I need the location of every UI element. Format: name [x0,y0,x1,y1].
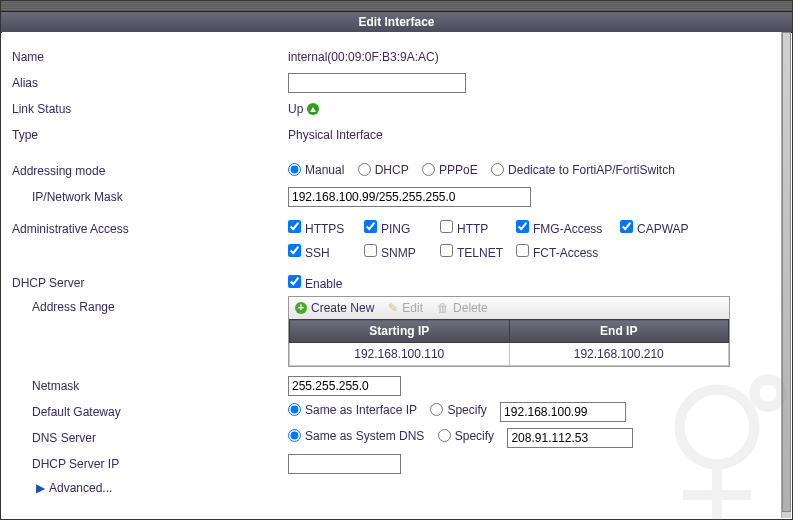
radio-dedicate[interactable]: Dedicate to FortiAP/FortiSwitch [491,163,675,177]
ip-mask-input[interactable] [288,187,531,207]
plus-icon: + [295,302,307,314]
radio-manual[interactable]: Manual [288,163,344,177]
up-arrow-icon [307,103,319,115]
chk-dhcp-enable[interactable]: Enable [288,275,342,291]
dhcp-relay-ip-input[interactable] [288,454,401,474]
triangle-right-icon: ▶ [36,481,45,495]
label-admin-access: Administrative Access [12,220,288,236]
window-top-strip [1,1,792,12]
value-name: internal(00:09:0F:B3:9A:AC) [288,50,439,64]
chk-capwap[interactable]: CAPWAP [620,220,689,236]
chk-fct[interactable]: FCT-Access [516,244,598,260]
window-title: Edit Interface [1,12,792,33]
radio-gw-same[interactable]: Same as Interface IP [288,403,417,417]
chk-https[interactable]: HTTPS [288,220,344,236]
label-link-status: Link Status [12,102,288,116]
dns-specify-input[interactable] [507,428,633,448]
scrollbar-thumb[interactable] [782,32,791,512]
chk-ssh[interactable]: SSH [288,244,330,260]
label-address-range: Address Range [12,296,288,314]
radio-pppoe[interactable]: PPPoE [422,163,478,177]
chk-snmp[interactable]: SNMP [364,244,416,260]
chk-fmg[interactable]: FMG-Access [516,220,602,236]
radio-dns-same[interactable]: Same as System DNS [288,429,424,443]
table-row[interactable]: 192.168.100.110 192.168.100.210 [290,343,729,366]
netmask-input[interactable] [288,376,401,396]
label-name: Name [12,50,288,64]
advanced-toggle[interactable]: ▶ Advanced... [12,481,776,495]
label-default-gateway: Default Gateway [12,405,288,419]
radio-dhcp[interactable]: DHCP [358,163,409,177]
edit-button[interactable]: ✎Edit [388,301,423,315]
label-dhcp-relay-ip: DHCP Server IP [12,457,288,471]
chk-ping[interactable]: PING [364,220,410,236]
alias-input[interactable] [288,73,466,93]
label-dns-server: DNS Server [12,431,288,445]
radio-dns-specify[interactable]: Specify [438,429,494,443]
delete-button[interactable]: 🗑Delete [437,301,488,315]
col-start-ip: Starting IP [290,320,510,343]
create-new-button[interactable]: +Create New [295,301,374,315]
gateway-specify-input[interactable] [500,402,626,422]
form-scroll-area[interactable]: Name internal(00:09:0F:B3:9A:AC) Alias L… [2,32,782,518]
label-alias: Alias [12,76,288,90]
address-range-table: Starting IP End IP 192.168.100.110 192.1… [289,319,729,366]
radio-gw-specify[interactable]: Specify [430,403,486,417]
label-ip-mask: IP/Network Mask [12,190,288,204]
col-end-ip: End IP [509,320,729,343]
cell-start-ip: 192.168.100.110 [290,343,510,366]
address-range-toolbar: +Create New ✎Edit 🗑Delete Starting IP En… [288,296,730,367]
trash-icon: 🗑 [437,301,449,315]
chk-telnet[interactable]: TELNET [440,244,503,260]
value-type: Physical Interface [288,128,383,142]
scrollbar[interactable] [781,32,791,518]
cell-end-ip: 192.168.100.210 [509,343,729,366]
pencil-icon: ✎ [388,301,398,315]
label-addressing-mode: Addressing mode [12,164,288,178]
label-netmask: Netmask [12,379,288,393]
label-dhcp-server: DHCP Server [12,276,288,290]
value-link-status: Up [288,102,303,116]
chk-http[interactable]: HTTP [440,220,488,236]
addressing-mode-group: Manual DHCP PPPoE Dedicate to FortiAP/Fo… [288,163,685,180]
label-type: Type [12,128,288,142]
